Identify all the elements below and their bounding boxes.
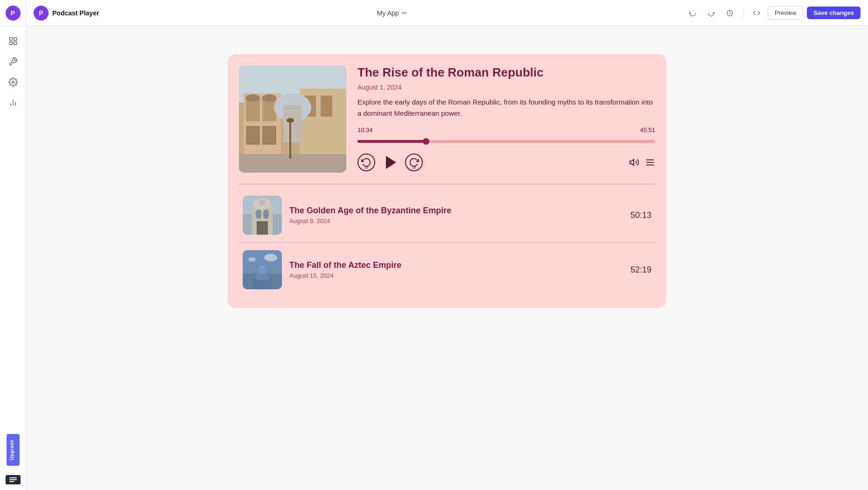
svg-rect-2 (9, 42, 12, 45)
episode-list: The Golden Age of the Byzantine Empire A… (239, 184, 655, 297)
redo-button[interactable] (704, 6, 719, 21)
episode-title: The Golden Age of the Byzantine Empire (289, 206, 623, 216)
content-area: The Rise of the Roman Republic August 1,… (26, 26, 868, 490)
svg-rect-3 (14, 42, 16, 45)
analytics-icon (8, 98, 18, 107)
svg-rect-40 (259, 200, 265, 205)
progress-thumb (423, 138, 429, 145)
app-name-label: P Podcast Player (34, 6, 99, 21)
dashboard-icon (8, 36, 18, 46)
svg-rect-27 (289, 121, 291, 159)
controls-right (629, 157, 655, 168)
sidebar-bottom: Upgrade (6, 434, 21, 490)
topbar: P Podcast Player My App ✏ (26, 0, 868, 26)
terminal-lines-icon (9, 477, 17, 483)
sidebar-item-tools[interactable] (4, 52, 22, 71)
play-icon (386, 156, 396, 169)
edit-title-icon[interactable]: ✏ (402, 9, 407, 17)
sidebar-logo: P (0, 0, 26, 26)
svg-rect-38 (257, 221, 268, 235)
controls-row: 15 15 (357, 153, 655, 172)
featured-thumbnail-image (239, 65, 346, 173)
svg-marker-29 (630, 160, 634, 166)
svg-point-4 (12, 81, 14, 84)
svg-rect-36 (256, 210, 261, 219)
save-changes-button[interactable]: Save changes (807, 7, 861, 19)
svg-rect-26 (239, 154, 346, 173)
topbar-right: Preview Save changes (685, 6, 861, 21)
episode-item[interactable]: The Golden Age of the Byzantine Empire A… (239, 188, 655, 243)
episode-date: August 15, 2024 (289, 272, 623, 279)
sidebar: P Upgrade (0, 0, 26, 490)
topbar-logo: P (34, 6, 49, 21)
svg-rect-8 (9, 477, 17, 478)
svg-rect-0 (9, 38, 12, 41)
rewind-button[interactable]: 15 (357, 154, 375, 171)
progress-bar[interactable] (357, 140, 655, 143)
upgrade-button[interactable]: Upgrade (7, 434, 20, 466)
code-button[interactable] (749, 6, 764, 21)
svg-rect-25 (283, 105, 302, 142)
featured-episode: The Rise of the Roman Republic August 1,… (239, 65, 655, 184)
tools-icon (8, 57, 18, 66)
svg-point-48 (264, 254, 277, 261)
svg-rect-9 (9, 479, 17, 480)
progress-row: 10:34 45:51 (357, 126, 655, 133)
episode-thumbnail-byzantine (243, 196, 282, 235)
svg-rect-10 (9, 481, 14, 482)
terminal-icon[interactable] (6, 475, 21, 484)
svg-rect-37 (263, 210, 269, 219)
byzantine-image (243, 196, 282, 235)
episode-duration: 50:13 (630, 210, 651, 220)
svg-point-19 (246, 94, 260, 102)
play-button[interactable] (381, 153, 399, 172)
forward-button[interactable]: 15 (405, 154, 423, 171)
podcast-widget: The Rise of the Roman Republic August 1,… (228, 54, 666, 308)
svg-point-49 (248, 257, 256, 262)
total-time: 45:51 (640, 126, 655, 133)
featured-description: Explore the early days of the Roman Repu… (357, 97, 655, 119)
featured-title: The Rise of the Roman Republic (357, 65, 655, 80)
preview-button[interactable]: Preview (768, 6, 803, 20)
svg-rect-1 (14, 38, 16, 41)
undo-button[interactable] (685, 6, 700, 21)
svg-rect-17 (246, 126, 260, 145)
sidebar-item-analytics[interactable] (4, 93, 22, 112)
volume-icon (629, 157, 639, 168)
current-time: 10:34 (357, 126, 373, 133)
episode-info: The Fall of the Aztec Empire August 15, … (289, 260, 623, 279)
history-button[interactable] (722, 6, 737, 21)
progress-fill (357, 140, 426, 143)
sidebar-item-settings[interactable] (4, 73, 22, 91)
aztec-image (243, 250, 282, 289)
sidebar-item-dashboard[interactable] (4, 32, 22, 50)
hamburger-icon (645, 157, 655, 168)
featured-info: The Rise of the Roman Republic August 1,… (357, 65, 655, 173)
topbar-center: My App ✏ (105, 9, 679, 17)
redo-icon (707, 9, 715, 17)
roman-architecture-image (239, 65, 346, 173)
svg-rect-23 (321, 96, 332, 117)
app-logo: P (6, 6, 21, 21)
menu-button[interactable] (645, 157, 655, 168)
svg-point-20 (262, 94, 276, 102)
app-name: Podcast Player (52, 9, 99, 17)
featured-thumbnail (239, 65, 346, 173)
main-area: P Podcast Player My App ✏ (26, 0, 868, 490)
episode-info: The Golden Age of the Byzantine Empire A… (289, 206, 623, 224)
episode-thumbnail-aztec (243, 250, 282, 289)
sidebar-nav (4, 26, 22, 434)
topbar-divider (743, 7, 743, 19)
app-title: My App (377, 9, 399, 17)
svg-rect-18 (262, 126, 276, 145)
settings-icon (8, 77, 18, 87)
volume-button[interactable] (629, 157, 639, 168)
episode-title: The Fall of the Aztec Empire (289, 260, 623, 270)
svg-point-28 (287, 118, 294, 123)
featured-date: August 1, 2024 (357, 84, 655, 91)
episode-duration: 52:19 (630, 265, 651, 275)
episode-date: August 8, 2024 (289, 217, 623, 224)
history-icon (726, 9, 734, 17)
undo-icon (689, 9, 696, 17)
episode-item[interactable]: The Fall of the Aztec Empire August 15, … (239, 243, 655, 297)
